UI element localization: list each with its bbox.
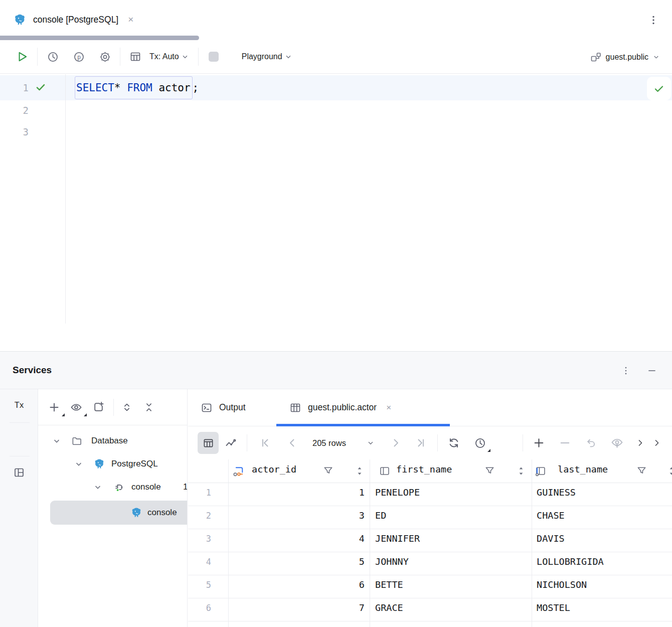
chevron-right-icon[interactable] [635,438,645,448]
sql-editor[interactable]: 1 2 3 SELECT* FROM actor ; [0,74,672,351]
cell-last-name[interactable]: LOLLOBRIGIDA [537,556,604,567]
cell-first-name[interactable]: GRACE [375,602,403,613]
tree-item-database[interactable]: Database [38,429,188,452]
sort-icon[interactable] [356,466,364,476]
tree-item-postgresql[interactable]: PostgreSQL [38,452,188,476]
cell-first-name[interactable]: PENELOPE [375,487,420,498]
tree-item-console[interactable]: console 1 [38,476,188,499]
add-row-icon[interactable] [533,437,545,449]
preview-upload-icon [610,436,624,450]
cell-last-name[interactable]: MOSTEL [537,602,570,613]
editor-tab-console[interactable]: console [PostgreSQL] × [10,6,136,33]
sql-semicolon: ; [193,82,199,94]
cell-actor-id[interactable]: 5 [228,556,365,567]
column-header-last-name[interactable]: last_name [558,464,608,475]
table-view-icon[interactable] [127,49,143,65]
playground-selector[interactable]: Playground [242,52,282,61]
tree-toolbar [38,389,188,425]
new-console-icon[interactable] [90,399,106,415]
inspection-status-widget[interactable] [647,77,671,100]
toolbar-divider [523,434,523,451]
kebab-menu-icon[interactable] [647,14,659,26]
statement-highlight-box: SELECT* FROM actor [75,76,193,99]
grid-header-row: actor_id first_name [188,459,672,483]
table-row[interactable]: 1 1 PENELOPE GUINESS [188,483,672,506]
cell-actor-id[interactable]: 6 [228,579,365,590]
tab-output[interactable]: Output [201,389,246,426]
services-tree-panel: Database PostgreSQL console 1 [38,389,188,627]
add-icon[interactable] [46,399,62,415]
cell-last-name[interactable]: NICHOLSON [537,579,587,590]
cell-actor-id[interactable]: 1 [228,487,365,498]
cell-actor-id[interactable]: 7 [228,602,365,613]
chevron-down-icon[interactable] [93,483,102,492]
query-history-icon[interactable] [472,435,488,451]
cell-actor-id[interactable]: 4 [228,533,365,544]
filter-icon[interactable] [484,465,495,477]
close-icon[interactable]: × [386,403,391,413]
schema-label: guest.public [606,53,648,62]
run-button[interactable] [14,49,30,65]
sql-keyword: FROM [121,82,152,94]
tree-item-console-child[interactable]: console [38,501,188,524]
postgresql-icon [130,507,142,519]
schema-switcher[interactable]: guest.public [590,40,660,74]
column-header-actor-id[interactable]: actor_id [252,464,296,475]
chevron-down-icon[interactable] [367,439,375,447]
previous-page-icon [286,437,298,449]
cell-actor-id[interactable]: 3 [228,510,365,521]
filter-icon[interactable] [322,465,334,477]
chevron-down-icon[interactable] [282,49,294,65]
chart-view-icon[interactable] [224,436,238,450]
table-row[interactable]: 6 7 GRACE MOSTEL [188,598,672,621]
cell-first-name[interactable]: JOHNNY [375,556,409,567]
table-row[interactable]: 5 6 BETTE NICHOLSON [188,575,672,598]
tree-item-label: console [147,508,177,518]
sort-icon[interactable] [517,466,525,476]
cell-first-name[interactable]: JENNIFER [375,533,420,544]
refresh-icon[interactable] [447,436,460,449]
cell-last-name[interactable]: DAVIS [537,533,565,544]
expand-all-icon[interactable] [119,399,135,415]
table-row[interactable]: 3 4 JENNIFER DAVIS [188,529,672,552]
table-row[interactable]: 4 5 JOHNNY LOLLOBRIGIDA [188,552,672,575]
row-count-selector[interactable]: 205 rows [312,438,346,448]
postgresql-icon [13,13,27,27]
history-icon[interactable] [45,49,61,65]
execution-plan-icon[interactable]: p [71,49,87,65]
chevron-down-icon[interactable] [74,459,83,468]
cell-first-name[interactable]: BETTE [375,579,403,590]
layout-view-icon[interactable] [13,466,25,479]
sql-keyword: SELECT [76,82,114,94]
cell-last-name[interactable]: GUINESS [537,487,576,498]
row-number: 3 [188,534,211,544]
chevron-down-icon[interactable] [179,49,191,65]
column-header-first-name[interactable]: first_name [396,464,452,475]
minimize-icon[interactable] [646,365,658,377]
eye-filter-icon[interactable] [68,399,84,415]
code-line-1[interactable]: SELECT* FROM actor ; [75,76,199,100]
grid-icon [289,402,301,414]
collapse-all-icon[interactable] [141,399,157,415]
tab-guest-public-actor[interactable]: guest.public.actor × [289,389,391,426]
row-number: 4 [188,557,211,567]
tree-item-label: PostgreSQL [111,459,158,469]
close-icon[interactable]: × [128,14,133,25]
next-page-icon [390,437,402,449]
tx-mode-selector[interactable]: Tx: Auto [149,52,179,61]
filter-icon[interactable] [636,465,647,477]
tab-label: Output [219,402,246,413]
cell-first-name[interactable]: ED [375,510,386,521]
editor-toolbar: p Tx: Auto Playground guest.public [0,40,672,74]
rail-tx-button[interactable]: Tx [0,400,38,410]
services-title: Services [13,365,52,376]
sort-icon[interactable] [667,466,672,476]
cell-last-name[interactable]: CHASE [537,510,565,521]
chevron-right-icon[interactable] [652,438,662,448]
table-row[interactable]: 2 3 ED CHASE [188,506,672,529]
table-view-toggle[interactable] [198,432,219,454]
settings-gear-icon[interactable] [97,49,113,65]
kebab-menu-icon[interactable] [620,365,632,377]
sql-table-name: actor [152,82,191,94]
chevron-down-icon[interactable] [52,436,61,445]
